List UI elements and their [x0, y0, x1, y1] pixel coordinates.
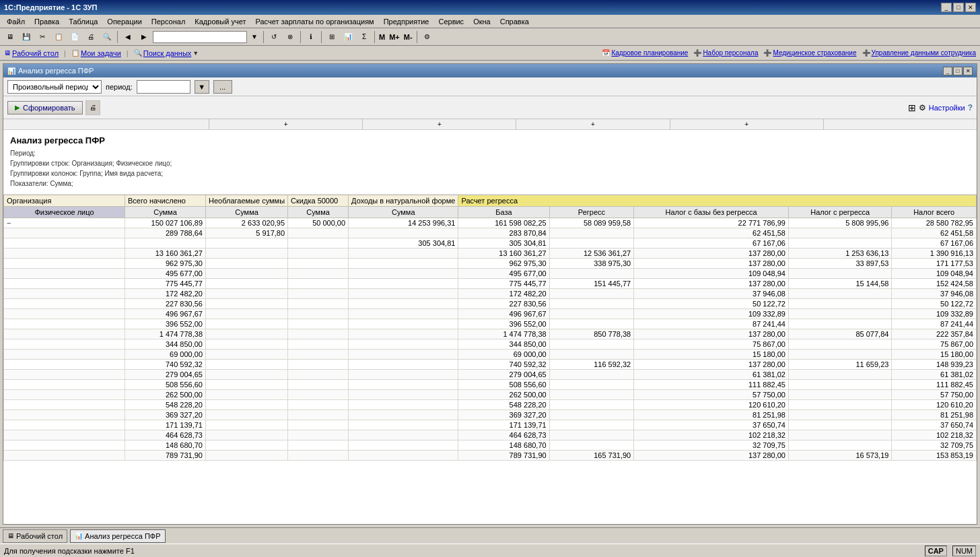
nav-tasks-label[interactable]: Мои задачи	[81, 49, 121, 57]
address-bar[interactable]	[153, 31, 247, 43]
col-sub-regress: Регресс	[549, 207, 634, 218]
info-line-0: Период:	[10, 148, 970, 158]
table-cell	[349, 370, 458, 380]
settings-icon[interactable]: ⚙	[919, 103, 926, 112]
table-cell	[349, 339, 458, 350]
toolbar-btn-back[interactable]: ◀	[120, 30, 135, 44]
table-cell	[206, 249, 288, 259]
period-select[interactable]: Произвольный период	[7, 80, 102, 94]
menu-service[interactable]: Сервис	[434, 17, 468, 26]
table-cell	[4, 238, 125, 249]
table-cell	[788, 228, 891, 238]
taskbar-doc[interactable]: 📊 Анализ регресса ПФР	[70, 529, 165, 543]
menu-file[interactable]: Файл	[3, 17, 29, 26]
toolbar-btn-grid[interactable]: ⊞	[324, 30, 339, 44]
toolbar-btn-go[interactable]: ▼	[248, 30, 260, 44]
menu-operations[interactable]: Операции	[103, 17, 145, 26]
search-dropdown-icon[interactable]: ▼	[193, 50, 199, 57]
nav-desktop-label[interactable]: Рабочий стол	[12, 49, 59, 57]
table-cell	[206, 339, 288, 350]
menu-salary[interactable]: Расчет зарплаты по организациям	[251, 17, 378, 26]
menu-personal[interactable]: Персонал	[147, 17, 190, 26]
period-from-input[interactable]	[137, 80, 190, 94]
menu-help[interactable]: Справка	[496, 17, 533, 26]
nav-emp-data[interactable]: ➕ Управление данными сотрудника	[862, 49, 977, 57]
toolbar-btn-3[interactable]: ✂	[35, 30, 50, 44]
table-cell: 116 592,32	[549, 360, 634, 370]
toolbar-btn-1[interactable]: 🖥	[3, 30, 18, 44]
taskbar-desktop[interactable]: 🖥 Рабочий стол	[3, 529, 67, 543]
toolbar-btn-info[interactable]: ℹ	[304, 30, 318, 44]
table-cell: 962 975,30	[458, 259, 549, 269]
table-cell	[206, 319, 288, 329]
expander-1[interactable]: +	[209, 119, 363, 129]
maximize-button[interactable]: □	[953, 3, 964, 12]
nav-hr-plan[interactable]: 📅 Кадровое планирование	[602, 49, 688, 57]
expander-3[interactable]: +	[516, 119, 670, 129]
table-cell	[288, 259, 349, 269]
table-cell: 148 680,70	[458, 440, 549, 451]
doc-minimize-button[interactable]: _	[943, 67, 952, 75]
menu-table[interactable]: Таблица	[65, 17, 102, 26]
menu-windows[interactable]: Окна	[469, 17, 495, 26]
document-window: 📊 Анализ регресса ПФР _ □ ✕ Произвольный…	[3, 63, 977, 525]
tasks-icon: 📋	[71, 49, 79, 57]
period-dots-btn[interactable]: ...	[213, 80, 232, 94]
toolbar-btn-fwd[interactable]: ▶	[137, 30, 151, 44]
right-nav: 📅 Кадровое планирование ➕ Набор персонал…	[602, 49, 976, 57]
toolbar-btn-2[interactable]: 💾	[19, 30, 34, 44]
status-hint: Для получения подсказки нажмите F1	[4, 547, 135, 555]
table-row: 279 004,65279 004,6561 381,0261 381,02	[4, 370, 977, 380]
table-row: 548 228,20548 228,20120 610,20120 610,20	[4, 400, 977, 410]
print-button[interactable]: 🖨	[85, 100, 100, 115]
table-cell: 109 048,94	[892, 269, 977, 279]
menu-edit[interactable]: Правка	[30, 17, 63, 26]
collapse-icon[interactable]: −	[7, 219, 11, 227]
action-right: ⊞ ⚙ Настройки ?	[908, 102, 973, 113]
period-colon: период:	[106, 83, 133, 91]
nav-insurance-label[interactable]: Медицинское страхование	[773, 49, 856, 57]
settings-link[interactable]: Настройки	[929, 104, 965, 112]
nav-hr-plan-label[interactable]: Кадровое планирование	[611, 49, 688, 57]
nav-recruit[interactable]: ➕ Набор персонала	[693, 49, 758, 57]
table-cell: 32 709,75	[634, 440, 789, 451]
table-view-icon[interactable]: ⊞	[908, 102, 916, 113]
doc-close-button[interactable]: ✕	[963, 67, 973, 75]
nav-search[interactable]: 🔍 Поиск данных ▼	[134, 49, 199, 57]
table-container[interactable]: Анализ регресса ПФР Период: Группировки …	[3, 130, 977, 524]
toolbar-btn-stop[interactable]: ⊗	[283, 30, 298, 44]
menu-enterprise[interactable]: Предприятие	[380, 17, 433, 26]
toolbar-btn-5[interactable]: 📄	[67, 30, 82, 44]
nav-insurance[interactable]: ➕ Медицинское страхование	[763, 49, 856, 57]
table-cell	[4, 299, 125, 309]
table-cell	[206, 329, 288, 339]
nav-recruit-label[interactable]: Набор персонала	[703, 49, 758, 57]
toolbar-btn-calc[interactable]: 📊	[341, 30, 355, 44]
help-icon[interactable]: ?	[968, 103, 973, 112]
minimize-button[interactable]: _	[941, 3, 952, 12]
toolbar-btn-refresh[interactable]: ↺	[267, 30, 281, 44]
menu-hr[interactable]: Кадровый учет	[190, 17, 250, 26]
period-dropdown-btn[interactable]: ▼	[195, 80, 209, 94]
table-cell	[549, 440, 634, 451]
toolbar-btn-4[interactable]: 📋	[51, 30, 66, 44]
table-cell: 1 474 778,38	[458, 329, 549, 339]
toolbar-btn-7[interactable]: 🔍	[100, 30, 114, 44]
table-cell: 15 180,00	[634, 350, 789, 360]
table-row: 962 975,30962 975,30338 975,30137 280,00…	[4, 259, 977, 269]
toolbar-btn-6[interactable]: 🖨	[83, 30, 98, 44]
nav-search-label[interactable]: Поиск данных	[143, 49, 192, 57]
doc-maximize-button[interactable]: □	[953, 67, 963, 75]
table-cell	[206, 390, 288, 400]
nav-desktop[interactable]: 🖥 Рабочий стол	[4, 49, 59, 57]
form-button[interactable]: ▶ Сформировать	[7, 101, 83, 114]
toolbar-btn-sigma[interactable]: Σ	[357, 30, 372, 44]
toolbar-btn-extra[interactable]: ⚙	[420, 30, 435, 44]
nav-tasks[interactable]: 📋 Мои задачи	[71, 49, 121, 57]
table-cell: 137 280,00	[634, 259, 789, 269]
info-line-2: Группировки колонок: Группа; Имя вида ра…	[10, 168, 970, 178]
expander-4[interactable]: +	[670, 119, 824, 129]
close-button[interactable]: ✕	[965, 3, 976, 12]
expander-2[interactable]: +	[363, 119, 516, 129]
nav-emp-data-label[interactable]: Управление данными сотрудника	[872, 49, 977, 57]
